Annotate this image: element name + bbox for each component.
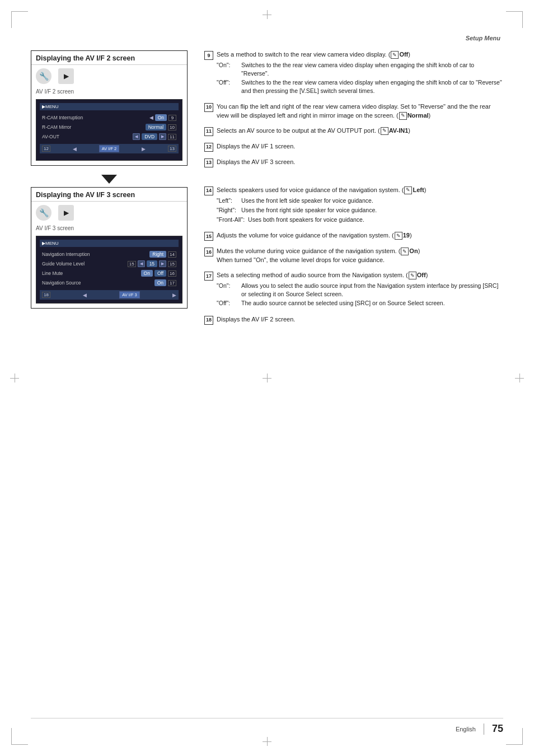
item-text-12: Displays the AV I/F 1 screen. [217, 142, 503, 151]
nav-arrow-left-av2: ◀ [73, 146, 77, 152]
item-num-10: 10 [204, 103, 213, 112]
corner-mark-tl [11, 11, 28, 28]
item-num-18: 18 [204, 316, 213, 325]
screen-av2-menu-bar: ▶MENU [40, 103, 179, 110]
badge-14-screen: 14 [168, 251, 176, 258]
sub-desc-9-off: Switches to the the rear view camera vid… [241, 78, 503, 95]
item-text-16: Mutes the volume during voice guidance o… [217, 247, 503, 265]
ctrl-plus-av2: ▶ [159, 133, 166, 140]
screen-av3-menu-bar: ▶MENU [40, 240, 179, 247]
item-num-9: 9 [204, 51, 213, 60]
item-15: 15 Adjusts the volume for voice guidance… [204, 231, 503, 241]
nav-arrow-right-av3: ▶ [172, 292, 176, 298]
arrow-left-1: ◀ [149, 115, 153, 120]
item-num-11: 11 [204, 127, 213, 136]
item-num-12: 12 [204, 143, 213, 152]
badge-11-screen: 11 [168, 134, 176, 140]
edit-icon-10 [399, 112, 407, 120]
ctrl-plus-av3: ▶ [159, 260, 166, 267]
edit-icon-16 [401, 248, 409, 255]
menu-av3-label-1: Navigation Interruption [42, 251, 90, 257]
menu-av2-label-1: R-CAM Interruption [42, 115, 83, 120]
sub-label-17-off: "Off": [217, 299, 238, 307]
item-9-sub-on: "On": Switches to the the rear view came… [217, 61, 503, 77]
corner-mark-bl [11, 728, 28, 745]
item-11: 11 Selects an AV source to be output at … [204, 127, 503, 136]
nav-tab-av2: AV I/F 2 [99, 145, 120, 152]
footer-page: English 75 [456, 723, 503, 735]
screen-av2-label: AV I/F 2 screen [31, 87, 187, 97]
menu-av3-label-3: Line Mute [42, 270, 63, 276]
main-content: Displaying the AV I/F 2 screen 🔧 ▶ AV I/… [31, 50, 503, 711]
badge-17-screen: 17 [168, 280, 176, 286]
item-17-sub-off: "Off": The audio source cannot be select… [217, 299, 503, 307]
screen-av3-label: AV I/F 3 screen [31, 224, 187, 234]
section-av2-icons: 🔧 ▶ [31, 65, 187, 87]
spacer-mid [204, 174, 503, 183]
edit-icon-9 [391, 51, 399, 59]
screen-av2-nav: 12 ◀ AV I/F 2 ▶ 13 [40, 144, 179, 153]
item-text-15: Adjusts the volume for voice guidance of… [217, 231, 503, 240]
right-column: 9 Sets a method to switch to the rear vi… [188, 50, 503, 711]
badge-10-screen: 10 [168, 124, 176, 130]
item-text-14: Selects speakers used for voice guidance… [217, 186, 503, 226]
edit-icon-11 [381, 127, 388, 135]
item-9-subs: "On": Switches to the the rear view came… [217, 61, 503, 95]
menu-av3-value-off: Off [154, 270, 166, 277]
menu-av2-items: R-CAM Interruption ◀ On 9 R-CAM Mirror N… [40, 113, 179, 142]
badge-9-screen: 9 [168, 115, 176, 121]
section-av2: Displaying the AV I/F 2 screen 🔧 ▶ AV I/… [31, 50, 188, 166]
edit-icon-17 [409, 272, 416, 279]
badge-13-screen: 13 [168, 146, 176, 152]
nav-arrow-left-av3: ◀ [83, 292, 87, 298]
item-text-17: Sets a selecting method of audio source … [217, 271, 503, 309]
menu-av3-label-2: Guide Volume Level [42, 261, 85, 267]
menu-av2-value-1: On [155, 114, 167, 121]
item-9: 9 Sets a method to switch to the rear vi… [204, 50, 503, 96]
sub-desc-14-frontall: Uses both front speakers for voice guida… [248, 216, 364, 224]
menu-av2-item-2: R-CAM Mirror Normal 10 [40, 123, 179, 131]
section-av3-title: Displaying the AV I/F 3 screen [31, 188, 187, 202]
section-av3-icons: 🔧 ▶ [31, 202, 187, 224]
sub-label-9-off: "Off": [217, 78, 238, 95]
badge-15-right: 15 [168, 261, 176, 267]
sub-label-17-on: "On": [217, 282, 238, 298]
badge-18-screen: 18 [42, 292, 50, 298]
sub-label-14-left: "Left": [217, 197, 238, 205]
item-13: 13 Displays the AV I/F 3 screen. [204, 158, 503, 167]
menu-av2-label-2: R-CAM Mirror [42, 124, 71, 130]
left-column: Displaying the AV I/F 2 screen 🔧 ▶ AV I/… [31, 50, 188, 711]
play-icon-av3: ▶ [58, 205, 74, 221]
arrow-down-container [31, 171, 188, 187]
sub-desc-17-on: Allows you to select the audio source in… [241, 282, 503, 298]
menu-av3-items: Navigation Interruption Right 14 Guide V… [40, 249, 179, 288]
header-label: Setup Menu [466, 35, 500, 41]
item-text-10: You can flip the left and right of the r… [217, 102, 503, 120]
play-icon-av2: ▶ [58, 68, 74, 84]
item-17-sub-on: "On": Allows you to select the audio sou… [217, 282, 503, 298]
menu-av3-item-1: Navigation Interruption Right 14 [40, 250, 179, 258]
left-crosshair [10, 374, 19, 382]
menu-bar-label-av2: ▶MENU [42, 104, 59, 109]
edit-icon-14 [404, 186, 412, 194]
corner-mark-tr [506, 11, 523, 28]
sub-desc-14-left: Uses the front left side speaker for voi… [241, 197, 373, 205]
nav-tab-av3: AV I/F 3 [119, 291, 140, 298]
footer-page-num: 75 [492, 723, 503, 735]
screen-av2-mockup: ▶MENU R-CAM Interruption ◀ On 9 R-CAM Mi… [36, 99, 182, 161]
item-num-13: 13 [204, 158, 213, 167]
item-14-sub-right: "Right": Uses the front right side speak… [217, 206, 503, 214]
menu-av3-value-on: On [141, 270, 153, 277]
menu-av2-value-3: DVD [142, 133, 157, 140]
badge-16-screen: 16 [168, 270, 176, 277]
item-17: 17 Sets a selecting method of audio sour… [204, 271, 503, 309]
item-num-16: 16 [204, 248, 213, 256]
menu-av3-value-1: Right [149, 251, 166, 258]
item-14: 14 Selects speakers used for voice guida… [204, 186, 503, 226]
menu-av3-item-3: Line Mute On Off 16 [40, 269, 179, 277]
sub-label-14-frontall: "Front-All": [217, 216, 245, 224]
menu-av3-item-4: Navigation Source On 17 [40, 279, 179, 287]
item-12: 12 Displays the AV I/F 1 screen. [204, 142, 503, 152]
footer-divider [484, 724, 484, 735]
sub-label-14-right: "Right": [217, 206, 238, 214]
